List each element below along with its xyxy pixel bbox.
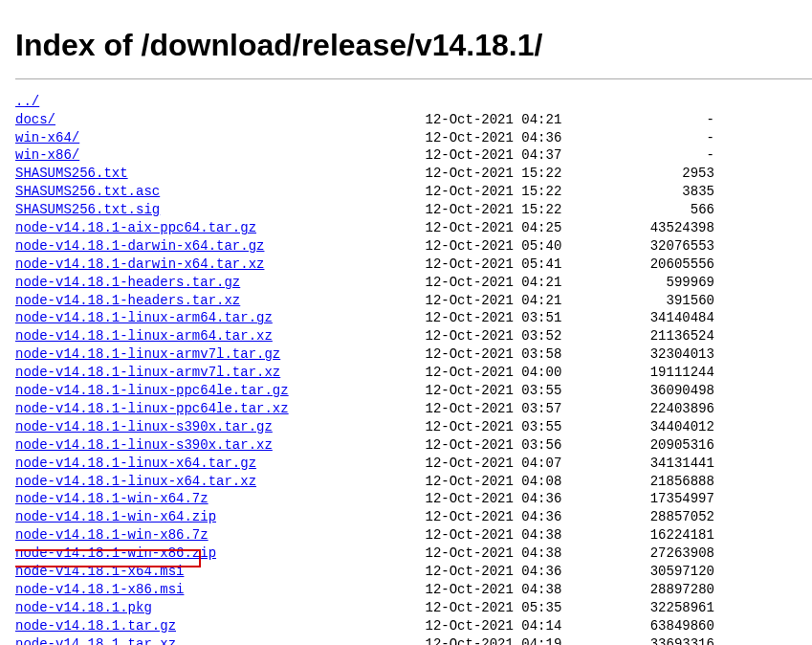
file-link[interactable]: node-v14.18.1-linux-ppc64le.tar.xz: [15, 401, 289, 416]
file-link[interactable]: node-v14.18.1-linux-x64.tar.xz: [15, 474, 256, 489]
file-link[interactable]: node-v14.18.1-win-x64.7z: [15, 491, 208, 506]
file-link[interactable]: SHASUMS256.txt.asc: [15, 184, 160, 199]
file-link[interactable]: node-v14.18.1-win-x64.zip: [15, 509, 216, 524]
file-link[interactable]: node-v14.18.1-linux-armv7l.tar.xz: [15, 365, 280, 380]
page-title: Index of /download/release/v14.18.1/: [15, 28, 812, 63]
file-link[interactable]: SHASUMS256.txt: [15, 166, 128, 181]
file-link[interactable]: node-v14.18.1-x86.msi: [15, 582, 184, 597]
file-link[interactable]: node-v14.18.1-linux-s390x.tar.xz: [15, 437, 273, 453]
file-link[interactable]: node-v14.18.1-aix-ppc64.tar.gz: [15, 220, 256, 235]
file-link[interactable]: node-v14.18.1-linux-armv7l.tar.gz: [15, 346, 280, 362]
file-link[interactable]: node-v14.18.1-linux-arm64.tar.xz: [15, 328, 273, 344]
file-link[interactable]: node-v14.18.1.pkg: [15, 600, 152, 615]
file-link[interactable]: docs/: [15, 112, 55, 127]
divider: [15, 78, 812, 79]
directory-listing: ../ docs/ 12-Oct-2021 04:21 - win-x64/ 1…: [15, 93, 812, 645]
file-link[interactable]: win-x86/: [15, 147, 79, 163]
file-link[interactable]: node-v14.18.1-x64.msi: [15, 564, 184, 579]
file-link[interactable]: node-v14.18.1.tar.gz: [15, 618, 176, 634]
file-link[interactable]: node-v14.18.1-headers.tar.xz: [15, 293, 240, 308]
file-link[interactable]: node-v14.18.1-linux-s390x.tar.gz: [15, 419, 273, 434]
file-link[interactable]: node-v14.18.1-darwin-x64.tar.xz: [15, 256, 264, 272]
file-link[interactable]: win-x64/: [15, 130, 79, 145]
parent-dir-link[interactable]: ../: [15, 94, 39, 109]
file-link[interactable]: SHASUMS256.txt.sig: [15, 202, 160, 217]
file-link[interactable]: node-v14.18.1-linux-x64.tar.gz: [15, 456, 256, 471]
file-link[interactable]: node-v14.18.1-win-x86.zip: [15, 545, 216, 561]
file-link[interactable]: node-v14.18.1-darwin-x64.tar.gz: [15, 238, 264, 254]
file-link[interactable]: node-v14.18.1-linux-ppc64le.tar.gz: [15, 383, 289, 398]
file-link[interactable]: node-v14.18.1.tar.xz: [15, 636, 176, 645]
file-link[interactable]: node-v14.18.1-linux-arm64.tar.gz: [15, 310, 273, 325]
file-link[interactable]: node-v14.18.1-win-x86.7z: [15, 527, 208, 543]
file-link[interactable]: node-v14.18.1-headers.tar.gz: [15, 275, 240, 290]
